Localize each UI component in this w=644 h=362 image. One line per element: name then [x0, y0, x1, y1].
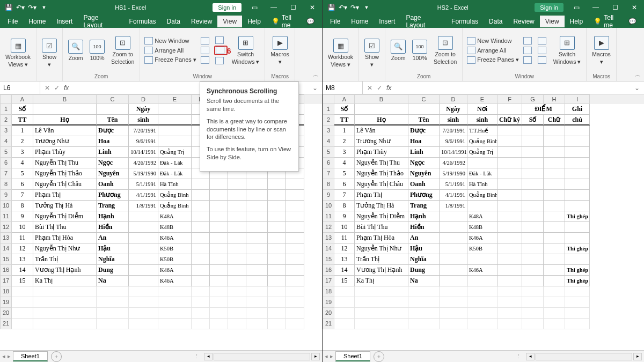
data-cell[interactable]: 4: [334, 158, 355, 168]
data-cell[interactable]: 6: [12, 179, 33, 190]
menu-home[interactable]: Home: [23, 16, 51, 27]
empty-cell[interactable]: [129, 319, 158, 329]
data-cell[interactable]: [467, 254, 497, 265]
empty-cell[interactable]: [467, 308, 497, 319]
data-cell[interactable]: Đăk - Lăk: [467, 168, 497, 179]
menu-data[interactable]: Data: [484, 16, 508, 27]
data-cell[interactable]: [228, 201, 246, 211]
hscroll-right-icon[interactable]: ▸: [311, 353, 320, 360]
row-header[interactable]: 3: [323, 125, 334, 136]
data-cell[interactable]: [522, 254, 544, 265]
row-header[interactable]: 18: [0, 286, 12, 297]
data-cell[interactable]: [228, 254, 246, 265]
data-cell[interactable]: [210, 243, 228, 254]
collapse-ribbon-icon[interactable]: ︿: [635, 71, 641, 79]
data-cell[interactable]: [210, 233, 228, 243]
empty-cell[interactable]: [334, 286, 355, 297]
data-cell[interactable]: [268, 233, 286, 243]
data-cell[interactable]: K50B: [158, 254, 192, 265]
data-cell[interactable]: 1: [12, 125, 33, 136]
tab-split-icon[interactable]: ⋮: [516, 353, 525, 360]
header-cell[interactable]: Chữ: [544, 115, 565, 125]
data-cell[interactable]: 15: [12, 276, 33, 286]
empty-cell[interactable]: [97, 297, 129, 308]
tab-split-icon[interactable]: ⋮: [194, 353, 203, 360]
new-sheet-button[interactable]: +: [51, 351, 62, 362]
data-cell[interactable]: Thi ghép: [565, 276, 590, 286]
header-cell[interactable]: [408, 104, 440, 115]
data-cell[interactable]: Hiền: [97, 222, 129, 233]
data-cell[interactable]: [268, 265, 286, 276]
signin-button[interactable]: Sign in: [213, 3, 241, 12]
row-header[interactable]: 5: [323, 147, 334, 158]
empty-cell[interactable]: [228, 319, 246, 329]
sheet-tab[interactable]: Sheet1: [13, 351, 48, 361]
data-cell[interactable]: 1/8/1991: [440, 201, 467, 211]
data-cell[interactable]: [129, 276, 158, 286]
row-header[interactable]: 15: [323, 254, 334, 265]
fx-icon[interactable]: fx: [386, 84, 391, 92]
data-cell[interactable]: Hạnh: [97, 211, 129, 222]
empty-cell[interactable]: [158, 286, 192, 297]
data-cell[interactable]: 5: [12, 168, 33, 179]
hscroll-left-icon[interactable]: ◂: [204, 353, 213, 360]
data-cell[interactable]: [497, 168, 522, 179]
data-cell[interactable]: [228, 222, 246, 233]
row-header[interactable]: 10: [323, 201, 334, 211]
row-header[interactable]: 2: [0, 115, 12, 125]
data-cell[interactable]: 7/20/1991: [129, 125, 158, 136]
data-cell[interactable]: 1/8/1991: [129, 201, 158, 211]
row-header[interactable]: 21: [0, 319, 12, 329]
data-cell[interactable]: Ngọc: [97, 158, 129, 168]
empty-cell[interactable]: [268, 319, 286, 329]
data-cell[interactable]: [544, 190, 565, 201]
data-cell[interactable]: Nguyễn Thị Thu: [355, 158, 408, 168]
data-cell[interactable]: [440, 243, 467, 254]
zoom-button[interactable]: 🔍Zoom: [66, 39, 85, 62]
data-cell[interactable]: [522, 147, 544, 158]
data-cell[interactable]: [192, 233, 210, 243]
data-cell[interactable]: 9/6/1991: [440, 136, 467, 147]
empty-cell[interactable]: [565, 297, 590, 308]
data-cell[interactable]: [497, 147, 522, 158]
menu-formulas[interactable]: Formulas: [124, 16, 162, 27]
data-cell[interactable]: [565, 125, 590, 136]
split-button[interactable]: [522, 36, 535, 45]
data-cell[interactable]: Nguyên: [408, 168, 440, 179]
data-cell[interactable]: 14: [334, 265, 355, 276]
data-cell[interactable]: Tưởng Thị Hà: [33, 201, 97, 211]
switch-windows-button[interactable]: ⊞SwitchWindows ▾: [551, 35, 583, 66]
header-cell[interactable]: Nơi: [467, 104, 497, 115]
data-cell[interactable]: [228, 265, 246, 276]
header-cell[interactable]: Ghi: [565, 104, 590, 115]
empty-cell[interactable]: [33, 286, 97, 297]
header-cell[interactable]: Ngày: [129, 104, 158, 115]
empty-cell[interactable]: [497, 286, 522, 297]
data-cell[interactable]: [497, 265, 522, 276]
row-header[interactable]: 11: [323, 211, 334, 222]
data-cell[interactable]: Lê Văn: [355, 125, 408, 136]
data-cell[interactable]: Quảng Trị: [158, 147, 192, 158]
empty-cell[interactable]: [268, 308, 286, 319]
workbook-views-button[interactable]: ▦WorkbookViews ▾: [3, 38, 33, 69]
data-cell[interactable]: 6: [334, 179, 355, 190]
data-cell[interactable]: [497, 179, 522, 190]
header-cell[interactable]: [158, 104, 192, 115]
empty-cell[interactable]: [158, 308, 192, 319]
data-cell[interactable]: Phạm Thị: [355, 190, 408, 201]
ribbon-options-icon[interactable]: ▭: [245, 0, 264, 15]
row-header[interactable]: 6: [0, 158, 12, 168]
select-all-corner[interactable]: [323, 94, 334, 104]
row-header[interactable]: 19: [0, 297, 12, 308]
data-cell[interactable]: An: [97, 233, 129, 243]
data-cell[interactable]: Lê Văn: [33, 125, 97, 136]
data-cell[interactable]: K50B: [158, 243, 192, 254]
data-cell[interactable]: Bùi Thị Thu: [355, 222, 408, 233]
data-cell[interactable]: [544, 243, 565, 254]
data-cell[interactable]: [544, 147, 565, 158]
data-cell[interactable]: [544, 254, 565, 265]
data-cell[interactable]: K48B: [467, 222, 497, 233]
data-cell[interactable]: Nguyên: [97, 168, 129, 179]
tab-nav-last-icon[interactable]: ▸: [8, 353, 11, 360]
data-cell[interactable]: [286, 222, 304, 233]
